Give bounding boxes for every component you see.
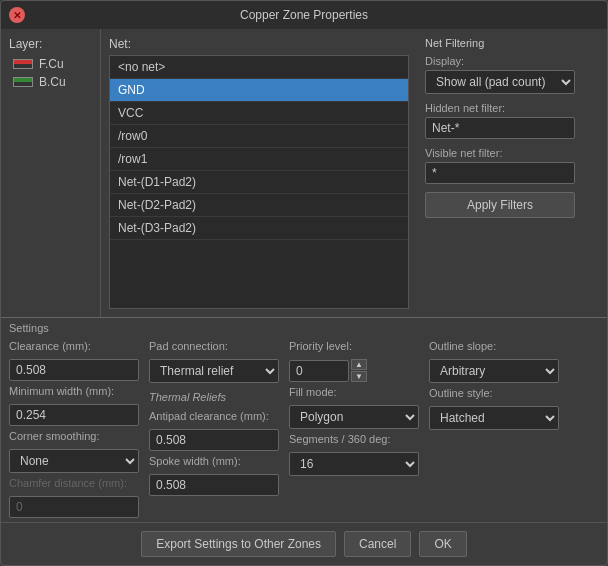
net-item-gnd[interactable]: GND (110, 79, 408, 102)
display-select[interactable]: Show all (pad count) (425, 70, 575, 94)
net-item-row1[interactable]: /row1 (110, 148, 408, 171)
net-item-d2pad2[interactable]: Net-(D2-Pad2) (110, 194, 408, 217)
display-group: Display: Show all (pad count) (425, 55, 599, 94)
close-icon: ✕ (13, 10, 21, 21)
window: ✕ Copper Zone Properties Layer: F.Cu B.C… (0, 0, 608, 566)
priority-wrap: ▲ ▼ (289, 359, 419, 382)
hidden-filter-group: Hidden net filter: (425, 102, 599, 139)
settings-col3: Priority level: ▲ ▼ Fill mode: Polygon H… (289, 340, 419, 518)
net-filtering-panel: Net Filtering Display: Show all (pad cou… (417, 29, 607, 317)
chamfer-input[interactable] (9, 496, 139, 518)
spoke-input[interactable] (149, 474, 279, 496)
hidden-filter-label: Hidden net filter: (425, 102, 599, 114)
clearance-input[interactable] (9, 359, 139, 381)
title-bar: ✕ Copper Zone Properties (1, 1, 607, 29)
segments-label: Segments / 360 deg: (289, 433, 419, 445)
priority-up-button[interactable]: ▲ (351, 359, 367, 370)
net-panel: Net: <no net> GND VCC /row0 /row1 Net-(D… (101, 29, 417, 317)
antipad-label: Antipad clearance (mm): (149, 410, 279, 422)
fill-mode-select[interactable]: Polygon Hatched (289, 405, 419, 429)
net-filtering-title: Net Filtering (425, 37, 599, 49)
outline-style-label: Outline style: (429, 387, 559, 399)
visible-filter-group: Visible net filter: (425, 147, 599, 184)
outline-style-select[interactable]: Solid Hatched Fully hatched (429, 406, 559, 430)
bcu-label: B.Cu (39, 75, 66, 89)
outline-slope-select[interactable]: Arbitrary H, V, and 45 deg H and V (429, 359, 559, 383)
pad-connection-label: Pad connection: (149, 340, 279, 352)
display-label: Display: (425, 55, 599, 67)
layer-item-bcu[interactable]: B.Cu (9, 73, 92, 91)
layer-item-fcu[interactable]: F.Cu (9, 55, 92, 73)
spoke-label: Spoke width (mm): (149, 455, 279, 467)
visible-filter-input[interactable] (425, 162, 575, 184)
layer-panel: Layer: F.Cu B.Cu (1, 29, 101, 317)
outline-slope-label: Outline slope: (429, 340, 559, 352)
apply-filters-button[interactable]: Apply Filters (425, 192, 575, 218)
corner-label: Corner smoothing: (9, 430, 139, 442)
layer-label: Layer: (9, 37, 92, 51)
fill-mode-label: Fill mode: (289, 386, 419, 398)
antipad-input[interactable] (149, 429, 279, 451)
settings-body: Clearance (mm): Minimum width (mm): Corn… (1, 336, 607, 522)
fcu-swatch (13, 59, 33, 69)
bcu-swatch (13, 77, 33, 87)
settings-header: Settings (1, 318, 607, 336)
clearance-label: Clearance (mm): (9, 340, 139, 352)
settings-col1: Clearance (mm): Minimum width (mm): Corn… (9, 340, 139, 518)
net-item-vcc[interactable]: VCC (110, 102, 408, 125)
hidden-filter-input[interactable] (425, 117, 575, 139)
fcu-label: F.Cu (39, 57, 64, 71)
close-button[interactable]: ✕ (9, 7, 25, 23)
chamfer-label: Chamfer distance (mm): (9, 477, 139, 489)
net-label: Net: (109, 37, 409, 51)
net-item-nonet[interactable]: <no net> (110, 56, 408, 79)
footer: Export Settings to Other Zones Cancel OK (1, 522, 607, 565)
priority-input[interactable] (289, 360, 349, 382)
ok-button[interactable]: OK (419, 531, 466, 557)
cancel-button[interactable]: Cancel (344, 531, 411, 557)
settings-area: Settings Clearance (mm): Minimum width (… (1, 317, 607, 522)
thermal-relief-label: Thermal Reliefs (149, 391, 279, 403)
net-item-row0[interactable]: /row0 (110, 125, 408, 148)
net-list[interactable]: <no net> GND VCC /row0 /row1 Net-(D1-Pad… (109, 55, 409, 309)
min-width-input[interactable] (9, 404, 139, 426)
export-settings-button[interactable]: Export Settings to Other Zones (141, 531, 336, 557)
window-title: Copper Zone Properties (240, 8, 368, 22)
pad-connection-select[interactable]: Solid Thermal relief None (149, 359, 279, 383)
settings-col2: Pad connection: Solid Thermal relief Non… (149, 340, 279, 518)
settings-col4: Outline slope: Arbitrary H, V, and 45 de… (429, 340, 559, 518)
visible-filter-label: Visible net filter: (425, 147, 599, 159)
net-item-d1pad2[interactable]: Net-(D1-Pad2) (110, 171, 408, 194)
priority-arrows: ▲ ▼ (351, 359, 367, 382)
priority-down-button[interactable]: ▼ (351, 371, 367, 382)
top-area: Layer: F.Cu B.Cu Net: <no net> GND VCC /… (1, 29, 607, 317)
corner-select[interactable]: None Chamfer Fillet (9, 449, 139, 473)
segments-select[interactable]: 16 32 64 (289, 452, 419, 476)
priority-label: Priority level: (289, 340, 419, 352)
min-width-label: Minimum width (mm): (9, 385, 139, 397)
net-item-d3pad2[interactable]: Net-(D3-Pad2) (110, 217, 408, 240)
